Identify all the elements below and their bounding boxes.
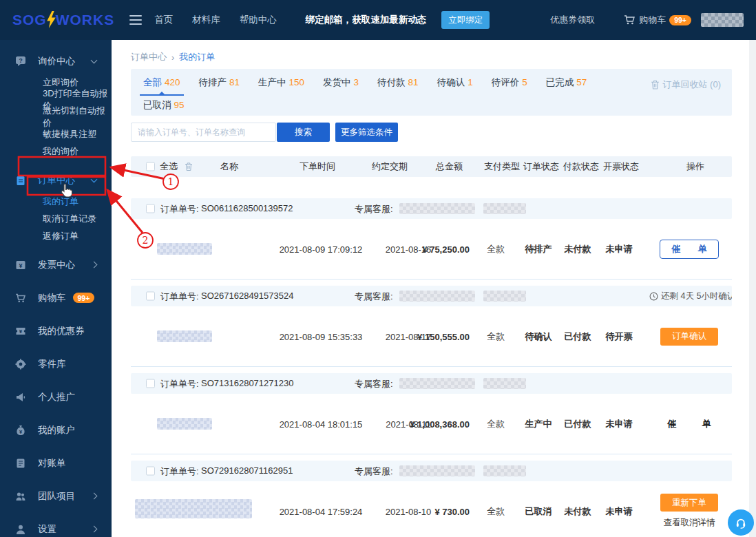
cart-button[interactable]: 购物车 99+: [624, 14, 691, 26]
user-icon: [15, 524, 26, 535]
sidebar-item-我的优惠券[interactable]: ¥我的优惠券: [0, 318, 112, 344]
customer-service-redacted: [399, 465, 475, 476]
tab-发货中[interactable]: 发货中3: [323, 76, 359, 98]
order-amount: ¥ 150,555.00: [365, 331, 470, 341]
urge-order-text-button[interactable]: 催 单: [667, 418, 711, 430]
scrollbar-track[interactable]: [749, 40, 756, 537]
order-checkbox[interactable]: [146, 292, 155, 301]
cart-icon: [15, 293, 26, 304]
nav-link-materials[interactable]: 材料库: [192, 14, 220, 26]
order-status: 待确认: [515, 330, 562, 343]
order-actions: 催 单: [651, 394, 727, 454]
headset-icon: [732, 514, 750, 531]
sidebar-item-label: 返修订单: [43, 230, 78, 242]
order-checkbox[interactable]: [146, 204, 155, 213]
sidebar-item-个人推广[interactable]: 个人推广: [0, 384, 112, 410]
order-card: 订单单号:SO2671628491573524专属客服:还剩 4天 5小时确认订…: [131, 286, 732, 367]
tab-已完成[interactable]: 已完成57: [546, 76, 587, 98]
sidebar-item-取消订单记录[interactable]: 取消订单记录: [0, 210, 112, 227]
sidebar-item-对账单[interactable]: 对账单: [0, 450, 112, 476]
tab-label: 待排产: [199, 77, 227, 87]
chevron-down-icon: [91, 176, 98, 182]
order-name-redacted: [157, 418, 212, 430]
bulk-delete-trash-icon[interactable]: [185, 162, 193, 171]
reorder-button[interactable]: 重新下单: [660, 494, 718, 512]
order-time: 2021-08-09 17:09:12: [265, 244, 377, 254]
col-name: 名称: [220, 160, 238, 173]
sidebar-item-询价中心[interactable]: ?询价中心: [0, 48, 112, 74]
breadcrumb-parent[interactable]: 订单中心: [131, 51, 167, 63]
sidebar-item-购物车[interactable]: 购物车99+: [0, 285, 112, 310]
coupon-claim-link[interactable]: 优惠券领取: [550, 14, 595, 26]
customer-service-chat-button[interactable]: [728, 509, 754, 536]
tab-全部[interactable]: 全部420: [143, 76, 180, 98]
tab-label: 待确认: [437, 77, 465, 87]
order-search-input[interactable]: [131, 123, 276, 142]
customer-service-redacted: [483, 291, 526, 302]
sidebar-item-label: 发票中心: [38, 259, 75, 271]
select-all-label[interactable]: 全选: [160, 160, 178, 173]
order-recycle-bin-button[interactable]: 订单回收站 (0): [651, 78, 722, 91]
order-no-label: 订单单号:: [160, 291, 199, 303]
confirm-countdown: 还剩 4天 5小时确认订: [649, 291, 732, 302]
sidebar-item-发票中心[interactable]: ¥发票中心: [0, 252, 112, 277]
tab-待排产[interactable]: 待排产81: [199, 76, 240, 98]
megaphone-icon: [15, 392, 26, 403]
invoice-status: 待开票: [598, 330, 640, 343]
sidebar-item-label: 我的询价: [43, 145, 78, 158]
svg-text:¥: ¥: [19, 262, 22, 268]
customer-service-label: 专属客服:: [355, 203, 393, 215]
invoice-status: 未申请: [598, 418, 640, 430]
chevron-down-icon: [91, 56, 98, 63]
customer-service-redacted: [483, 465, 526, 476]
tab-label: 待付款: [377, 77, 406, 87]
order-checkbox[interactable]: [146, 379, 155, 388]
tab-待评价[interactable]: 待评价5: [492, 76, 527, 98]
tab-count: 3: [354, 77, 359, 87]
order-list: 订单单号:SO0611628500139572专属客服:2021-08-09 1…: [131, 198, 732, 537]
cart-badge: 99+: [669, 15, 691, 25]
sidebar-item-label: 个人推广: [38, 391, 75, 403]
sidebar-item-label: 对账单: [38, 457, 66, 470]
sidebar-item-激光切割自动报价[interactable]: 激光切割自动报价: [0, 108, 112, 125]
select-all-checkbox[interactable]: [146, 162, 155, 171]
bind-now-button[interactable]: 立即绑定: [441, 11, 490, 29]
sidebar-item-敏捷模具注塑[interactable]: 敏捷模具注塑: [0, 125, 112, 143]
order-time: 2021-08-04 17:59:24: [265, 506, 377, 516]
view-cancel-detail-link[interactable]: 查看取消详情: [664, 517, 715, 529]
urge-order-button[interactable]: 催 单: [660, 240, 719, 259]
order-amount: ¥ 1,008,368.00: [365, 419, 470, 429]
chevron-right-icon: [91, 262, 98, 268]
sidebar-item-我的账户[interactable]: ¥我的账户: [0, 417, 112, 443]
search-button[interactable]: 搜索: [277, 123, 330, 142]
nav-link-help[interactable]: 帮助中心: [240, 14, 277, 26]
order-actions: 重新下单查看取消详情: [651, 481, 727, 537]
sidebar-item-设置[interactable]: 设置: [0, 516, 112, 537]
sidebar-item-订单中心[interactable]: 订单中心: [0, 167, 112, 193]
customer-service-redacted: [483, 203, 526, 214]
tab-待付款[interactable]: 待付款81: [377, 76, 419, 98]
pay-type: 全款: [479, 243, 513, 255]
sidebar-item-我的询价[interactable]: 我的询价: [0, 143, 112, 160]
customer-service-label: 专属客服:: [355, 291, 393, 303]
confirm-order-button[interactable]: 订单确认: [660, 328, 718, 346]
chat-question-icon: ?: [15, 56, 26, 67]
order-number: SO7291628071162951: [201, 465, 293, 476]
sogaworks-logo[interactable]: SOG WORKS: [12, 11, 114, 30]
sidebar-item-返修订单[interactable]: 返修订单: [0, 227, 112, 244]
tab-已取消[interactable]: 已取消95: [143, 99, 185, 120]
username-redacted[interactable]: [701, 13, 744, 27]
tab-count: 5: [522, 77, 527, 87]
tab-待确认[interactable]: 待确认1: [437, 76, 473, 98]
hamburger-menu-icon[interactable]: [129, 15, 142, 25]
nav-link-home[interactable]: 首页: [154, 14, 173, 26]
order-no-label: 订单单号:: [160, 465, 199, 478]
order-card-body: 2021-08-09 17:09:122021-08-16¥ 75,250.00…: [131, 219, 732, 279]
more-filters-button[interactable]: 更多筛选条件: [335, 123, 398, 142]
tab-生产中[interactable]: 生产中150: [258, 76, 304, 98]
sidebar-item-团队项目[interactable]: 团队项目: [0, 483, 112, 509]
customer-service-label: 专属客服:: [355, 378, 393, 390]
order-checkbox[interactable]: [146, 467, 155, 476]
sidebar-item-零件库[interactable]: 零件库: [0, 351, 112, 377]
sidebar-item-我的订单[interactable]: 我的订单: [0, 193, 112, 210]
